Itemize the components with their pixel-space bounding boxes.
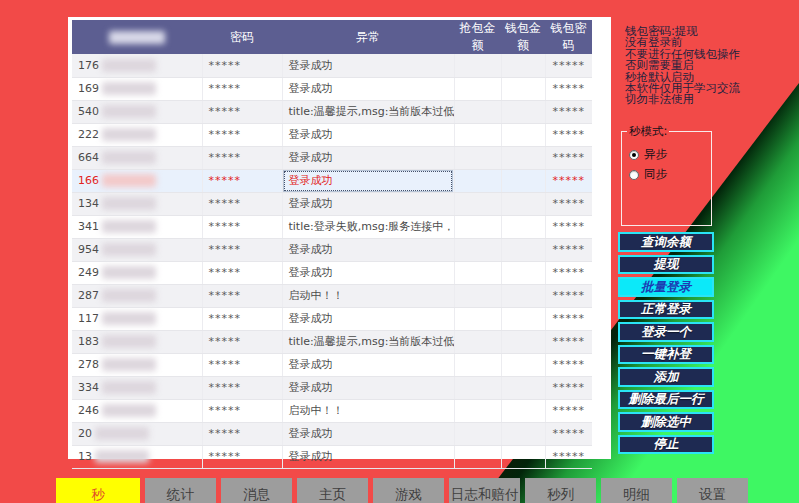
wallet-password-cell[interactable]: ***** [545, 307, 592, 330]
wallet-amount-cell[interactable] [501, 422, 545, 445]
wallet-amount-cell[interactable] [501, 100, 545, 123]
account-cell[interactable]: 134 [72, 192, 202, 215]
wallet-amount-cell[interactable] [501, 284, 545, 307]
wallet-amount-cell[interactable] [501, 376, 545, 399]
grab-amount-cell[interactable] [454, 215, 501, 238]
grab-amount-cell[interactable] [454, 123, 501, 146]
action-button[interactable]: 查询余额 [618, 232, 714, 252]
account-cell[interactable]: 176 [72, 54, 202, 77]
action-button[interactable]: 一键补登 [618, 345, 714, 365]
bottom-tab[interactable]: 秒 [56, 478, 140, 503]
password-cell[interactable]: ***** [202, 169, 282, 192]
wallet-amount-cell[interactable] [501, 238, 545, 261]
action-button[interactable]: 登录一个 [618, 322, 714, 342]
password-cell[interactable]: ***** [202, 422, 282, 445]
grab-amount-cell[interactable] [454, 192, 501, 215]
grab-amount-cell[interactable] [454, 307, 501, 330]
grab-amount-cell[interactable] [454, 169, 501, 192]
status-cell[interactable]: 登录成功 [282, 422, 454, 445]
grab-amount-cell[interactable] [454, 399, 501, 422]
bottom-tab[interactable]: 统计 [145, 478, 216, 503]
account-cell[interactable]: 222 [72, 123, 202, 146]
wallet-amount-cell[interactable] [501, 192, 545, 215]
wallet-amount-cell[interactable] [501, 123, 545, 146]
wallet-amount-cell[interactable] [501, 215, 545, 238]
status-cell[interactable]: 登录成功 [282, 353, 454, 376]
status-cell[interactable]: 登录成功 [282, 123, 454, 146]
grab-amount-cell[interactable] [454, 77, 501, 100]
wallet-amount-cell[interactable] [501, 169, 545, 192]
table-row[interactable]: 334 ***** 登录成功 ***** [72, 376, 592, 399]
status-cell[interactable]: title:温馨提示,msg:当前版本过低， [282, 100, 454, 123]
wallet-password-cell[interactable]: ***** [545, 123, 592, 146]
action-button[interactable]: 停止 [618, 435, 714, 455]
table-row[interactable]: 341 ***** title:登录失败,msg:服务连接中，请稍后再试。 ..… [72, 215, 592, 238]
status-cell[interactable]: title:温馨提示,msg:当前版本过低， [282, 330, 454, 353]
password-cell[interactable]: ***** [202, 445, 282, 468]
grab-amount-cell[interactable] [454, 54, 501, 77]
grab-amount-cell[interactable] [454, 146, 501, 169]
bottom-tab[interactable]: 游戏 [373, 478, 444, 503]
status-cell[interactable]: 登录成功 [282, 445, 454, 468]
password-cell[interactable]: ***** [202, 330, 282, 353]
account-cell[interactable]: 540 [72, 100, 202, 123]
account-cell[interactable]: 334 [72, 376, 202, 399]
status-cell[interactable]: 启动中！！ [282, 399, 454, 422]
status-cell[interactable]: title:登录失败,msg:服务连接中，请稍后再试。 ... [282, 215, 454, 238]
account-cell[interactable]: 954 [72, 238, 202, 261]
password-cell[interactable]: ***** [202, 54, 282, 77]
account-cell[interactable]: 166 [72, 169, 202, 192]
table-row[interactable]: 664 ***** 登录成功 ***** [72, 146, 592, 169]
wallet-amount-cell[interactable] [501, 399, 545, 422]
grab-amount-cell[interactable] [454, 376, 501, 399]
wallet-amount-cell[interactable] [501, 307, 545, 330]
mode-radio-option[interactable]: 异步 [629, 147, 711, 162]
password-cell[interactable]: ***** [202, 238, 282, 261]
wallet-amount-cell[interactable] [501, 261, 545, 284]
status-cell[interactable]: 登录成功 [282, 169, 454, 192]
wallet-password-cell[interactable]: ***** [545, 330, 592, 353]
wallet-amount-cell[interactable] [501, 54, 545, 77]
table-row[interactable]: 166 ***** 登录成功 ***** [72, 169, 592, 192]
password-cell[interactable]: ***** [202, 261, 282, 284]
grab-amount-cell[interactable] [454, 330, 501, 353]
bottom-tab[interactable]: 设置 [677, 478, 748, 503]
action-button[interactable]: 批量登录 [618, 277, 714, 297]
table-row[interactable]: 540 ***** title:温馨提示,msg:当前版本过低， ***** [72, 100, 592, 123]
wallet-password-cell[interactable]: ***** [545, 215, 592, 238]
password-cell[interactable]: ***** [202, 353, 282, 376]
wallet-password-cell[interactable]: ***** [545, 238, 592, 261]
wallet-amount-cell[interactable] [501, 353, 545, 376]
bottom-tab[interactable]: 秒列 [525, 478, 596, 503]
action-button[interactable]: 删除选中 [618, 412, 714, 432]
account-cell[interactable]: 664 [72, 146, 202, 169]
grab-amount-cell[interactable] [454, 445, 501, 468]
grab-amount-cell[interactable] [454, 353, 501, 376]
grab-amount-cell[interactable] [454, 422, 501, 445]
password-cell[interactable]: ***** [202, 399, 282, 422]
table-row[interactable]: 954 ***** 登录成功 ***** [72, 238, 592, 261]
password-cell[interactable]: ***** [202, 77, 282, 100]
table-row[interactable]: 222 ***** 登录成功 ***** [72, 123, 592, 146]
wallet-password-cell[interactable]: ***** [545, 399, 592, 422]
account-cell[interactable]: 246 [72, 399, 202, 422]
table-row[interactable]: 117 ***** 登录成功 ***** [72, 307, 592, 330]
wallet-password-cell[interactable]: ***** [545, 261, 592, 284]
wallet-amount-cell[interactable] [501, 146, 545, 169]
table-row[interactable]: 246 ***** 启动中！！ ***** [72, 399, 592, 422]
wallet-password-cell[interactable]: ***** [545, 54, 592, 77]
table-row[interactable]: 287 ***** 启动中！！ ***** [72, 284, 592, 307]
bottom-tab[interactable]: 日志和赔付 [449, 478, 520, 503]
action-button[interactable]: 提现 [618, 255, 714, 275]
account-cell[interactable]: 20 [72, 422, 202, 445]
status-cell[interactable]: 登录成功 [282, 261, 454, 284]
account-cell[interactable]: 249 [72, 261, 202, 284]
radio-icon[interactable] [629, 170, 639, 180]
status-cell[interactable]: 登录成功 [282, 192, 454, 215]
status-cell[interactable]: 登录成功 [282, 77, 454, 100]
action-button[interactable]: 正常登录 [618, 300, 714, 320]
table-row[interactable]: 176 ***** 登录成功 ***** [72, 54, 592, 77]
account-cell[interactable]: 183 [72, 330, 202, 353]
account-cell[interactable]: 13 [72, 445, 202, 468]
password-cell[interactable]: ***** [202, 215, 282, 238]
